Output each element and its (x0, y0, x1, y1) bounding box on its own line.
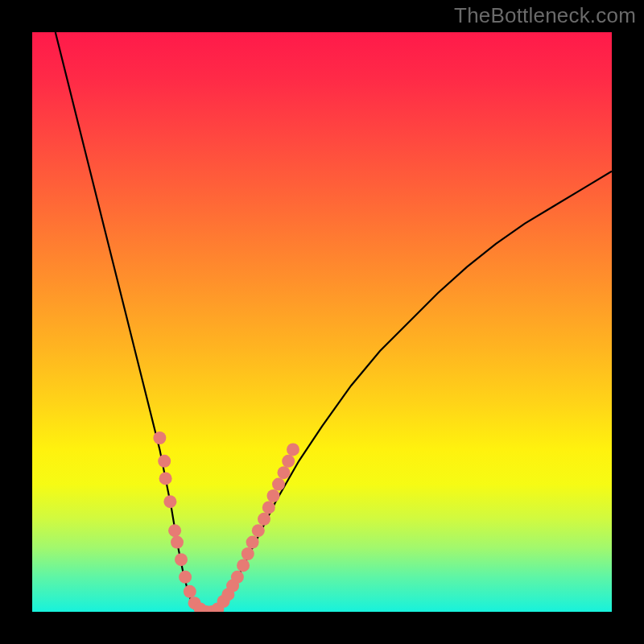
curve-marker (258, 513, 270, 526)
curve-marker (231, 571, 244, 584)
curve-marker (246, 536, 259, 549)
chart-container: TheBottleneck.com (0, 0, 644, 644)
curve-markers (153, 431, 299, 612)
curve-marker (158, 455, 171, 468)
curve-marker (267, 489, 280, 502)
curve-marker (153, 431, 166, 444)
bottleneck-curve (56, 32, 612, 612)
curve-marker (171, 536, 184, 549)
curve-marker (159, 472, 172, 485)
curve-marker (282, 455, 295, 468)
curve-marker (287, 443, 299, 456)
curve-marker (179, 571, 192, 584)
watermark-text: TheBottleneck.com (454, 3, 636, 28)
curve-marker (237, 559, 250, 572)
curve-marker (252, 524, 265, 537)
curve-marker (278, 466, 291, 479)
plot-area (32, 32, 612, 612)
curve-marker (168, 524, 181, 537)
curve-marker (184, 585, 196, 598)
curve-marker (175, 553, 188, 566)
curve-marker (262, 501, 275, 514)
curve-marker (163, 495, 176, 508)
curve-layer (32, 32, 612, 612)
curve-marker (242, 547, 254, 560)
curve-marker (272, 478, 285, 491)
